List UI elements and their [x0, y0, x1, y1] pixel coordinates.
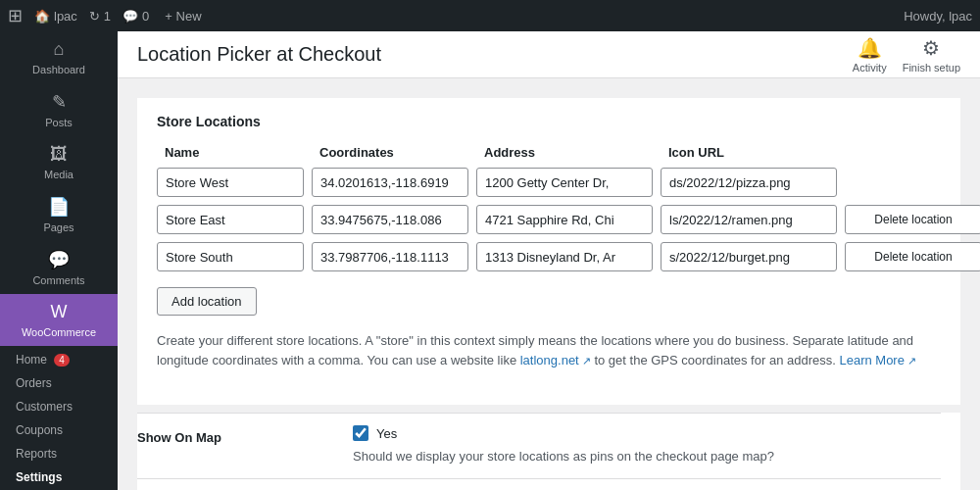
- store-locations-description: Create your different store locations. A…: [157, 331, 941, 369]
- store-south-coords-input[interactable]: [312, 242, 468, 271]
- sidebar-item-woocommerce[interactable]: W WooCommerce: [0, 294, 118, 346]
- table-row: Delete location: [157, 205, 941, 234]
- updates-item[interactable]: ↻ 1: [89, 9, 111, 24]
- finish-setup-button[interactable]: ⚙ Finish setup: [903, 36, 960, 74]
- posts-icon: ✎: [52, 91, 67, 113]
- table-row: Delete location: [157, 242, 941, 271]
- store-south-icon-input[interactable]: [661, 242, 837, 271]
- store-east-address-input[interactable]: [476, 205, 653, 234]
- add-location-button[interactable]: Add location: [157, 287, 257, 316]
- page-header: Location Picker at Checkout 🔔 Activity ⚙…: [118, 31, 980, 78]
- display-selector-section: Display Store Selector on Checkout Page …: [137, 478, 960, 491]
- media-icon: 🖼: [50, 144, 68, 165]
- store-south-name-input[interactable]: [157, 242, 304, 271]
- pages-icon: 📄: [48, 196, 70, 218]
- show-on-map-checkbox-row: Yes: [353, 425, 941, 441]
- top-bar-left: ⊞ 🏠 lpac ↻ 1 💬 0 + New: [8, 5, 202, 26]
- delete-store-east-button[interactable]: Delete location: [845, 205, 980, 234]
- top-bar: ⊞ 🏠 lpac ↻ 1 💬 0 + New Howdy, lpac: [0, 0, 980, 31]
- dashboard-icon: ⌂: [54, 39, 65, 60]
- sidebar-item-dashboard[interactable]: ⌂ Dashboard: [0, 31, 118, 83]
- col-actions: [853, 145, 980, 160]
- col-coordinates: Coordinates: [319, 145, 476, 160]
- setup-icon: ⚙: [922, 36, 940, 60]
- sidebar-item-posts[interactable]: ✎ Posts: [0, 83, 118, 136]
- store-west-address-input[interactable]: [476, 168, 653, 197]
- sidebar-sub-coupons[interactable]: Coupons: [0, 418, 118, 442]
- activity-button[interactable]: 🔔 Activity: [853, 36, 887, 74]
- sidebar-sub-reports[interactable]: Reports: [0, 442, 118, 466]
- show-on-map-control-col: Yes Should we display your store locatio…: [353, 425, 941, 466]
- howdy-text: Howdy, lpac: [904, 9, 972, 24]
- sidebar-item-media[interactable]: 🖼 Media: [0, 136, 118, 188]
- sidebar-sub-customers[interactable]: Customers: [0, 395, 118, 418]
- store-east-icon-input[interactable]: [661, 205, 837, 234]
- store-south-address-input[interactable]: [476, 242, 653, 271]
- store-west-name-input[interactable]: [157, 168, 304, 197]
- sidebar-item-comments[interactable]: 💬 Comments: [0, 241, 118, 294]
- main-content: Location Picker at Checkout 🔔 Activity ⚙…: [118, 31, 980, 490]
- store-east-name-input[interactable]: [157, 205, 304, 234]
- show-on-map-label-col: Show On Map: [137, 425, 353, 466]
- content-area: Store Locations Name Coordinates Address…: [118, 78, 980, 490]
- show-on-map-checkbox-label: Yes: [376, 426, 397, 441]
- wp-icon[interactable]: ⊞: [8, 5, 23, 26]
- store-west-coords-input[interactable]: [312, 168, 468, 197]
- sidebar-sub-orders[interactable]: Orders: [0, 371, 118, 395]
- section-title: Store Locations: [157, 114, 941, 129]
- sidebar-item-pages[interactable]: 📄 Pages: [0, 188, 118, 241]
- woo-submenu: Home 4 Orders Customers Coupons Reports …: [0, 346, 118, 490]
- house-icon: 🏠: [34, 9, 50, 24]
- col-address: Address: [484, 145, 661, 160]
- activity-icon: 🔔: [858, 36, 882, 60]
- show-on-map-description: Should we display your store locations a…: [353, 447, 941, 466]
- sidebar: ⌂ Dashboard ✎ Posts 🖼 Media 📄 Pages 💬 Co…: [0, 31, 118, 490]
- store-locations-section: Store Locations Name Coordinates Address…: [137, 98, 960, 405]
- sidebar-sub-settings[interactable]: Settings: [0, 466, 118, 489]
- sidebar-sub-home[interactable]: Home 4: [0, 348, 118, 371]
- site-name[interactable]: 🏠 lpac: [34, 9, 77, 24]
- refresh-icon: ↻: [89, 9, 100, 24]
- col-icon-url: Icon URL: [668, 145, 845, 160]
- comment-icon: 💬: [122, 9, 138, 24]
- show-on-map-section: Show On Map Yes Should we display your s…: [137, 413, 960, 478]
- store-east-coords-input[interactable]: [312, 205, 468, 234]
- header-actions: 🔔 Activity ⚙ Finish setup: [853, 36, 960, 74]
- show-on-map-checkbox[interactable]: [353, 425, 368, 441]
- new-item[interactable]: + New: [165, 9, 201, 24]
- store-west-icon-input[interactable]: [661, 168, 837, 197]
- comments-item[interactable]: 💬 0: [122, 9, 149, 24]
- table-row: [157, 168, 941, 197]
- col-name: Name: [165, 145, 312, 160]
- learn-more-link[interactable]: Learn More: [839, 353, 916, 368]
- latlong-link[interactable]: latlong.net: [520, 353, 591, 368]
- table-header: Name Coordinates Address Icon URL: [157, 145, 941, 160]
- page-title: Location Picker at Checkout: [137, 43, 853, 66]
- delete-store-south-button[interactable]: Delete location: [845, 242, 980, 271]
- comments-icon: 💬: [48, 249, 70, 270]
- woo-icon: W: [51, 302, 68, 322]
